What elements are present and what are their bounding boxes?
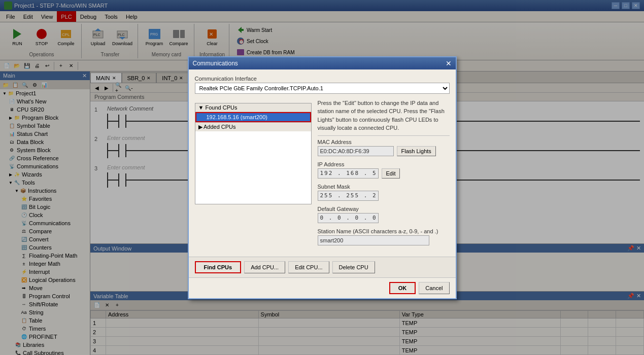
find-cpus-btn[interactable]: Find CPUs [195,261,242,273]
cpu-tree-panel: ▼ Found CPUs 192.168.5.16 (smart200) ▶ A… [195,99,312,251]
interface-group: Communication Interface Realtek PCIe GbE… [195,76,450,94]
gateway-label: Default Gateway [318,206,450,212]
station-input[interactable] [318,235,429,245]
cancel-btn[interactable]: Cancel [419,282,449,294]
dialog-buttons-bottom: OK Cancel [189,277,456,298]
dialog-body: Communication Interface Realtek PCIe GbE… [189,69,456,257]
flash-lights-btn[interactable]: Flash Lights [397,146,436,156]
station-row [318,235,450,245]
station-group: Station Name (ASCII characters a-z, 0-9,… [318,228,450,245]
communications-dialog: Communications ✕ Communication Interface… [188,56,457,299]
interface-label: Communication Interface [195,76,450,82]
desc-content: Press the "Edit" button to change the IP… [318,100,445,131]
added-cpus-header: ▶ Added CPUs [195,122,311,131]
ip-group: IP Address Edit [318,161,450,179]
dialog-close-btn[interactable]: ✕ [446,59,452,67]
mac-row: Flash Lights [318,146,450,156]
cpu-details-panel: Press the "Edit" button to change the IP… [318,99,450,251]
ip-input[interactable] [318,168,379,179]
gateway-input[interactable] [318,213,379,223]
cpu-tree: ▼ Found CPUs 192.168.5.16 (smart200) ▶ A… [195,103,312,204]
ip-row: Edit [318,168,450,179]
dialog-titlebar: Communications ✕ [189,57,456,69]
dialog-buttons-top: Find CPUs Add CPU... Edit CPU... Delete … [189,257,456,277]
add-cpu-btn[interactable]: Add CPU... [244,261,285,273]
subnet-label: Subnet Mask [318,184,450,190]
delete-cpu-btn[interactable]: Delete CPU [332,261,375,273]
interface-select[interactable]: Realtek PCIe GbE Family Controller.TCPIP… [195,83,450,94]
gateway-row [318,213,450,223]
ip-label: IP Address [318,161,450,167]
added-cpus-label: Added CPUs [204,124,236,130]
ok-btn[interactable]: OK [389,282,416,294]
found-cpus-header: ▼ Found CPUs [195,103,311,112]
edit-ip-btn[interactable]: Edit [382,168,400,179]
found-cpus-label: Found CPUs [205,104,237,111]
subnet-row [318,191,450,201]
station-label: Station Name (ASCII characters a-z, 0-9,… [318,228,450,234]
mac-input[interactable] [318,146,394,156]
divider-1 [318,135,450,136]
edit-cpu-btn[interactable]: Edit CPU... [288,261,329,273]
cpu-item-1[interactable]: 192.168.5.16 (smart200) [195,112,311,122]
subnet-input[interactable] [318,191,379,201]
cpu-item-1-label: 192.168.5.16 (smart200) [207,114,267,120]
added-cpus-arrow: ▶ [198,124,204,130]
dialog-title: Communications [193,60,238,67]
mac-group: MAC Address Flash Lights [318,139,450,156]
dialog-columns: ▼ Found CPUs 192.168.5.16 (smart200) ▶ A… [195,99,450,251]
subnet-group: Subnet Mask [318,184,450,201]
description-text: Press the "Edit" button to change the IP… [318,99,450,132]
gateway-group: Default Gateway [318,206,450,223]
mac-label: MAC Address [318,139,450,145]
dialog-overlay: Communications ✕ Communication Interface… [0,0,644,355]
found-cpus-arrow: ▼ [198,104,206,111]
